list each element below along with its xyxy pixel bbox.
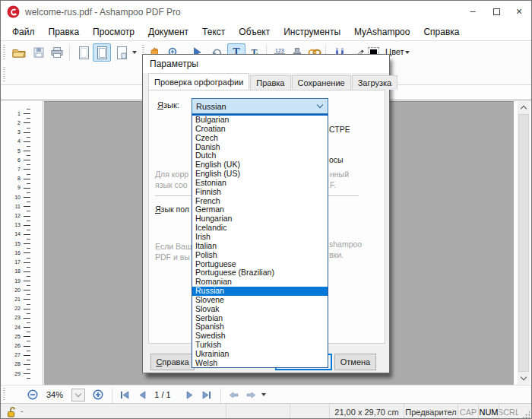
- last-page-button[interactable]: [199, 386, 214, 404]
- ruler-number: 16: [1, 250, 21, 256]
- page-width-view-button[interactable]: [112, 43, 131, 62]
- first-page-icon: [120, 391, 129, 399]
- language-dropdown-list[interactable]: BulgarianCroatianCzechDanishDutchEnglish…: [192, 114, 328, 368]
- clipped-text: shampoo: [329, 240, 362, 249]
- zoom-in-icon: [93, 389, 103, 400]
- resize-grip[interactable]: [522, 411, 530, 418]
- language-option[interactable]: Czech: [192, 134, 328, 143]
- menu-item[interactable]: Документ: [141, 24, 195, 40]
- zoom-out-button[interactable]: [25, 386, 40, 404]
- title-bar: welcome-rus.pdf - Ashampoo PDF Pro – ×: [1, 1, 531, 24]
- help-button[interactable]: Справка: [150, 354, 195, 370]
- scrollbar-thumb[interactable]: [518, 114, 529, 372]
- ruler-number: 18: [1, 268, 21, 274]
- app-window: welcome-rus.pdf - Ashampoo PDF Pro – × Ф…: [0, 0, 532, 419]
- maximize-button[interactable]: [485, 1, 508, 22]
- vertical-ruler: 1234567891011121314151617181920212223242…: [1, 101, 43, 385]
- ruler-number: 6: [1, 157, 21, 163]
- ruler-number: 24: [1, 325, 21, 330]
- chevron-down-icon: [261, 393, 266, 396]
- status-cell-empty: [290, 404, 329, 419]
- svg-text:123: 123: [275, 48, 284, 53]
- menu-item[interactable]: Инструменты: [277, 24, 347, 40]
- prev-page-button[interactable]: [135, 386, 150, 404]
- print-icon: [51, 47, 63, 58]
- ruler-number: 21: [1, 297, 21, 302]
- tab-editing[interactable]: Правка: [250, 75, 290, 90]
- dictionary-language-label: Язык пол: [155, 205, 189, 214]
- chevron-down-icon: [132, 51, 137, 54]
- ruler-number: 23: [1, 315, 21, 320]
- menu-item[interactable]: Справка: [416, 24, 466, 40]
- first-page-button[interactable]: [117, 386, 132, 404]
- ruler-number: 25: [1, 334, 21, 339]
- language-option[interactable]: Ukrainian: [192, 350, 328, 359]
- history-dropdown[interactable]: [260, 386, 268, 404]
- language-option[interactable]: Icelandic: [192, 224, 328, 233]
- color-dropdown[interactable]: [404, 43, 411, 62]
- ruler-number: 2: [1, 120, 21, 125]
- scroll-down-button[interactable]: [518, 372, 530, 385]
- language-option[interactable]: Welsh: [192, 359, 328, 368]
- app-logo-icon: [7, 5, 20, 18]
- print-button[interactable]: [48, 43, 66, 62]
- minimize-button[interactable]: –: [461, 1, 484, 22]
- vertical-scrollbar[interactable]: [518, 101, 530, 385]
- toolbar-separator: [220, 389, 221, 404]
- menu-item[interactable]: Правка: [42, 24, 87, 40]
- toolbar-grip[interactable]: [3, 45, 5, 60]
- menu-bar: ФайлПравкаПросмотрДокументТекстОбъектИнс…: [1, 24, 531, 41]
- language-option[interactable]: Slovak: [192, 305, 328, 314]
- tab-loading[interactable]: Загрузка: [352, 75, 397, 90]
- page-size-cell: 21,00 x 29,70 cm: [329, 404, 404, 419]
- language-option[interactable]: Slovene: [192, 296, 328, 305]
- ruler-number: 19: [1, 278, 21, 284]
- history-back-button[interactable]: [226, 386, 241, 404]
- preview-mode-cell[interactable]: Предварител: [404, 404, 458, 419]
- tab-saving[interactable]: Сохранение: [292, 75, 351, 90]
- ruler-number: 10: [1, 195, 21, 200]
- menu-item[interactable]: Объект: [232, 24, 277, 40]
- zoom-level: 34%: [43, 386, 66, 404]
- fit-page-view-button[interactable]: [93, 43, 111, 62]
- language-combobox[interactable]: Russian: [192, 98, 328, 114]
- language-option[interactable]: Finnish: [192, 188, 328, 197]
- zoom-dropdown[interactable]: [71, 386, 86, 404]
- toolbar-separator: [112, 389, 112, 404]
- menu-item[interactable]: Файл: [5, 24, 42, 40]
- history-forward-icon: [246, 392, 256, 398]
- language-option[interactable]: Estonian: [192, 179, 328, 188]
- ruler-number: 22: [1, 306, 21, 311]
- open-button[interactable]: [10, 43, 28, 62]
- clipped-text: СТРЕ: [329, 125, 350, 134]
- zoom-in-button[interactable]: [90, 386, 106, 404]
- menu-item[interactable]: Просмотр: [86, 24, 141, 40]
- ruler-number: 13: [1, 222, 21, 227]
- ruler-number: 29: [1, 371, 21, 376]
- tab-spellcheck[interactable]: Проверка орфографии: [148, 73, 249, 90]
- language-option[interactable]: Italian: [192, 242, 328, 251]
- ruler-number: 1: [1, 111, 21, 116]
- save-button[interactable]: [30, 43, 48, 62]
- language-option[interactable]: Polish: [192, 251, 328, 260]
- next-page-button[interactable]: [182, 386, 197, 404]
- close-button[interactable]: ×: [508, 1, 530, 22]
- ruler-number: 27: [1, 352, 21, 357]
- clipped-text: Для корр: [155, 170, 188, 179]
- scroll-up-button[interactable]: [518, 101, 530, 114]
- page-view-dropdown[interactable]: [131, 43, 138, 62]
- ruler-number: 14: [1, 231, 21, 236]
- toolbar-grip[interactable]: [3, 67, 5, 81]
- history-forward-button[interactable]: [243, 386, 258, 404]
- clipped-text: PDF и вы: [155, 252, 190, 262]
- cancel-button[interactable]: Отмена: [334, 354, 376, 370]
- toolbar-grip[interactable]: [3, 388, 5, 402]
- next-page-icon: [186, 391, 193, 399]
- ruler-number: 3: [1, 129, 21, 135]
- status-dash: -: [21, 407, 23, 415]
- menu-item[interactable]: MyAshampoo: [347, 24, 416, 40]
- language-option[interactable]: Croatian: [192, 125, 328, 134]
- single-page-view-button[interactable]: [74, 43, 93, 62]
- menu-item[interactable]: Текст: [195, 24, 232, 40]
- zoom-out-icon: [27, 389, 38, 400]
